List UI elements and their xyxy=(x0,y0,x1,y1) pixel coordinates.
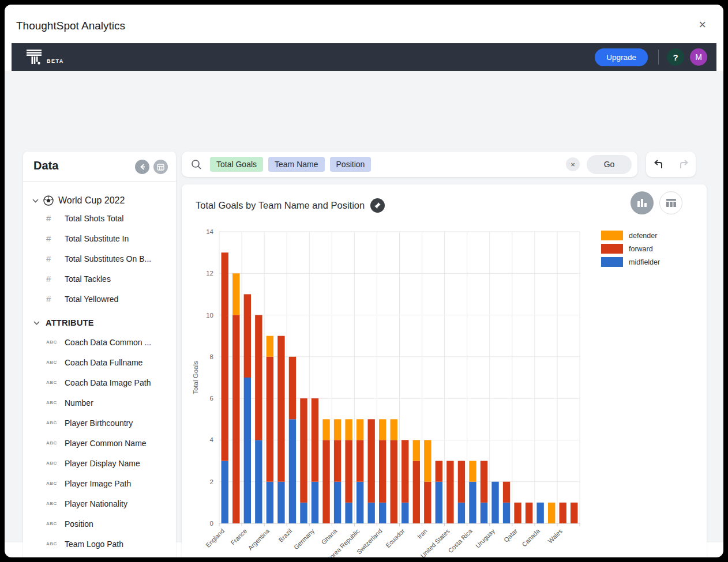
bar-segment-forward[interactable] xyxy=(401,440,408,502)
bar-segment-forward[interactable] xyxy=(560,503,566,523)
chevron-down-icon[interactable] xyxy=(33,321,40,325)
bar-segment-midfielder[interactable] xyxy=(300,503,307,523)
bar-segment-defender[interactable] xyxy=(357,419,363,440)
bar-segment-defender[interactable] xyxy=(548,503,555,523)
bar-segment-forward[interactable] xyxy=(458,461,465,503)
search-token-position[interactable]: Position xyxy=(330,157,371,172)
bar-segment-forward[interactable] xyxy=(277,336,284,482)
avatar[interactable]: M xyxy=(690,48,707,66)
redo-button[interactable] xyxy=(674,154,693,174)
attribute-section-header[interactable]: ATTRIBUTE xyxy=(23,314,176,332)
bar-segment-midfielder[interactable] xyxy=(503,503,510,523)
bar-segment-midfielder[interactable] xyxy=(469,482,476,523)
bar-segment-defender[interactable] xyxy=(424,440,431,481)
bar-segment-forward[interactable] xyxy=(391,440,397,523)
x-category-label: Canada xyxy=(520,527,541,548)
bar-segment-midfielder[interactable] xyxy=(277,482,284,523)
close-icon[interactable]: × xyxy=(699,18,706,31)
bar-segment-midfielder[interactable] xyxy=(536,503,543,523)
bar-segment-forward[interactable] xyxy=(436,461,442,482)
bar-segment-forward[interactable] xyxy=(334,440,341,481)
bar-segment-defender[interactable] xyxy=(391,419,397,440)
bar-segment-forward[interactable] xyxy=(267,357,273,482)
undo-button[interactable] xyxy=(649,154,669,174)
bar-segment-midfielder[interactable] xyxy=(334,482,341,523)
attribute-item[interactable]: ABCPlayer Birthcountry xyxy=(23,413,176,433)
bar-segment-midfielder[interactable] xyxy=(481,503,487,523)
bar-segment-midfielder[interactable] xyxy=(401,503,408,523)
attribute-item[interactable]: ABCNumber xyxy=(23,393,176,413)
bar-segment-forward[interactable] xyxy=(232,315,239,523)
attribute-item[interactable]: ABCCoach Data Common ... xyxy=(23,332,176,352)
bar-segment-forward[interactable] xyxy=(345,440,352,502)
search-token-team-name[interactable]: Team Name xyxy=(268,157,324,172)
attribute-item[interactable]: ABCPlayer Image Path xyxy=(23,473,176,493)
attribute-item-label: Player Display Name xyxy=(65,459,140,468)
bar-segment-defender[interactable] xyxy=(334,419,341,440)
bar-segment-forward[interactable] xyxy=(222,252,228,461)
bar-segment-midfielder[interactable] xyxy=(222,461,228,523)
bar-segment-forward[interactable] xyxy=(514,503,521,523)
upgrade-button[interactable]: Upgrade xyxy=(595,48,648,66)
bar-segment-midfielder[interactable] xyxy=(357,482,363,523)
bar-segment-forward[interactable] xyxy=(526,503,532,523)
bar-segment-midfielder[interactable] xyxy=(289,419,296,523)
attribute-item[interactable]: ABCPosition xyxy=(23,514,176,534)
attribute-item[interactable]: ABCPlayer Common Name xyxy=(23,433,176,453)
measure-item[interactable]: #Total Substitutes On B... xyxy=(23,248,176,269)
attribute-item[interactable]: ABCTeam Name xyxy=(23,554,176,557)
bar-segment-midfielder[interactable] xyxy=(345,503,352,523)
data-grid-button[interactable] xyxy=(153,160,168,174)
bar-segment-defender[interactable] xyxy=(413,440,420,461)
attribute-item[interactable]: ABCPlayer Nationality xyxy=(23,493,176,514)
bar-segment-forward[interactable] xyxy=(312,398,318,482)
measure-item[interactable]: #Total Yellowred xyxy=(23,289,176,309)
clear-search-button[interactable]: × xyxy=(566,157,580,171)
data-panel-header: Data xyxy=(23,152,176,182)
bar-segment-forward[interactable] xyxy=(424,482,431,523)
bar-segment-defender[interactable] xyxy=(469,461,476,482)
help-button[interactable]: ? xyxy=(667,48,684,66)
bar-segment-forward[interactable] xyxy=(367,419,374,503)
bar-segment-forward[interactable] xyxy=(322,440,329,523)
bar-segment-midfielder[interactable] xyxy=(367,503,374,523)
measure-item[interactable]: #Total Tackles xyxy=(23,269,176,289)
bar-segment-midfielder[interactable] xyxy=(436,482,442,523)
attribute-item[interactable]: ABCCoach Data Image Path xyxy=(23,372,176,393)
bar-segment-midfielder[interactable] xyxy=(312,482,318,523)
bar-segment-forward[interactable] xyxy=(289,357,296,419)
search-bar[interactable]: Total GoalsTeam NamePosition × Go xyxy=(182,152,637,177)
collapse-panel-button[interactable] xyxy=(135,160,149,174)
measure-item[interactable]: #Total Substitute In xyxy=(23,228,176,248)
bar-segment-midfielder[interactable] xyxy=(379,503,386,523)
chevron-down-icon[interactable] xyxy=(32,199,39,203)
go-button[interactable]: Go xyxy=(587,155,632,174)
bar-segment-forward[interactable] xyxy=(503,482,510,503)
search-token-total-goals[interactable]: Total Goals xyxy=(210,157,263,172)
data-source-row[interactable]: World Cup 2022 xyxy=(23,193,176,208)
bar-segment-forward[interactable] xyxy=(379,440,386,502)
bar-segment-midfielder[interactable] xyxy=(491,482,498,523)
bar-segment-midfielder[interactable] xyxy=(267,482,273,523)
attribute-item[interactable]: ABCPlayer Display Name xyxy=(23,453,176,473)
bar-segment-forward[interactable] xyxy=(357,440,363,481)
attribute-item[interactable]: ABCTeam Logo Path xyxy=(23,534,176,554)
bar-segment-forward[interactable] xyxy=(481,461,487,503)
bar-segment-forward[interactable] xyxy=(255,315,262,440)
bar-segment-defender[interactable] xyxy=(322,419,329,440)
bar-segment-defender[interactable] xyxy=(267,336,273,357)
bar-segment-forward[interactable] xyxy=(571,503,577,523)
bar-segment-defender[interactable] xyxy=(345,419,352,440)
measure-item[interactable]: #Total Shots Total xyxy=(23,208,176,228)
bar-segment-midfielder[interactable] xyxy=(458,503,465,523)
bar-segment-defender[interactable] xyxy=(379,419,386,440)
bar-segment-midfielder[interactable] xyxy=(255,440,262,523)
bar-segment-defender[interactable] xyxy=(232,273,239,315)
attribute-item-label: Coach Data Image Path xyxy=(65,378,151,387)
bar-segment-midfielder[interactable] xyxy=(244,378,251,523)
attribute-item[interactable]: ABCCoach Data Fullname xyxy=(23,352,176,372)
bar-segment-forward[interactable] xyxy=(446,461,453,523)
bar-segment-forward[interactable] xyxy=(244,294,251,378)
bar-segment-forward[interactable] xyxy=(300,398,307,503)
bar-segment-forward[interactable] xyxy=(413,461,420,523)
